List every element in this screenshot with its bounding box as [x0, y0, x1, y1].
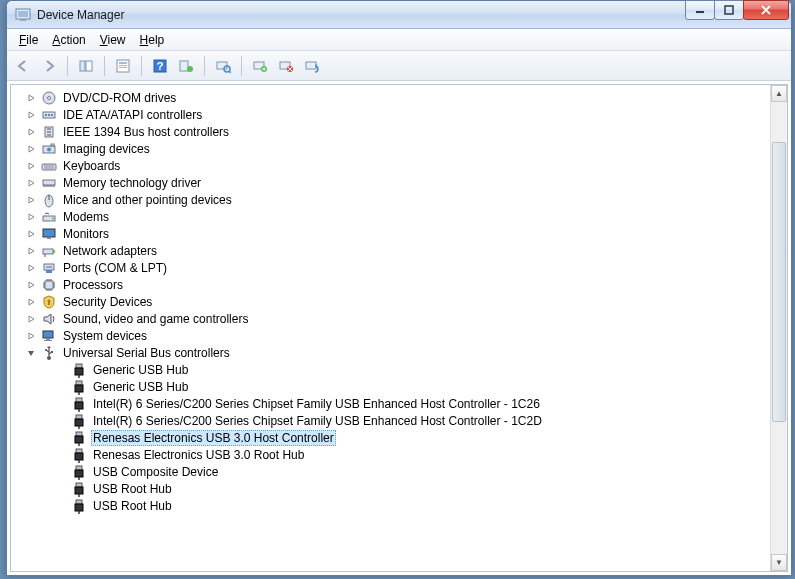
tree-item[interactable]: Sound, video and game controllers	[11, 310, 787, 327]
svg-text:?: ?	[157, 60, 164, 72]
monitor-icon	[41, 226, 57, 242]
tree-item-label: Network adapters	[61, 244, 159, 258]
tree-item[interactable]: Monitors	[11, 225, 787, 242]
tree-item[interactable]: USB Root Hub	[11, 480, 787, 497]
scroll-thumb[interactable]	[772, 142, 786, 422]
expand-icon[interactable]	[25, 109, 37, 121]
svg-rect-15	[217, 62, 227, 69]
expand-icon[interactable]	[25, 92, 37, 104]
expand-icon[interactable]	[25, 160, 37, 172]
svg-rect-51	[48, 302, 50, 305]
svg-rect-27	[48, 114, 50, 116]
tree-item[interactable]: Mice and other pointing devices	[11, 191, 787, 208]
svg-rect-74	[76, 449, 82, 453]
tree-item[interactable]: Universal Serial Bus controllers	[11, 344, 787, 361]
tree-item[interactable]: Memory technology driver	[11, 174, 787, 191]
tree-item[interactable]: Network adapters	[11, 242, 787, 259]
svg-point-24	[48, 96, 51, 99]
tree-item[interactable]: Generic USB Hub	[11, 378, 787, 395]
disable-button[interactable]	[274, 54, 298, 78]
tree-item[interactable]: DVD/CD-ROM drives	[11, 89, 787, 106]
tree-item[interactable]: Intel(R) 6 Series/C200 Series Chipset Fa…	[11, 412, 787, 429]
svg-rect-1	[18, 11, 28, 17]
expand-icon[interactable]	[25, 330, 37, 342]
scan-hardware-button[interactable]	[211, 54, 235, 78]
scroll-down-button[interactable]: ▼	[771, 554, 787, 571]
expand-icon[interactable]	[25, 143, 37, 155]
close-button[interactable]	[743, 0, 789, 20]
expand-icon[interactable]	[25, 262, 37, 274]
menu-view[interactable]: View	[94, 31, 132, 49]
expand-icon[interactable]	[25, 296, 37, 308]
tree-item-label: Imaging devices	[61, 142, 152, 156]
tree-item[interactable]: IDE ATA/ATAPI controllers	[11, 106, 787, 123]
tree-item[interactable]: USB Composite Device	[11, 463, 787, 480]
tree-item[interactable]: Processors	[11, 276, 787, 293]
back-button[interactable]	[11, 54, 35, 78]
tree-item[interactable]: Intel(R) 6 Series/C200 Series Chipset Fa…	[11, 395, 787, 412]
tree-item[interactable]: Ports (COM & LPT)	[11, 259, 787, 276]
menu-action[interactable]: Action	[46, 31, 91, 49]
toolbar-separator	[241, 56, 242, 76]
expand-icon[interactable]	[25, 126, 37, 138]
expand-icon[interactable]	[25, 313, 37, 325]
show-hide-tree-button[interactable]	[74, 54, 98, 78]
uninstall-button[interactable]	[248, 54, 272, 78]
maximize-button[interactable]	[714, 0, 744, 20]
tree-item-label: Generic USB Hub	[91, 363, 190, 377]
tree-item[interactable]: Generic USB Hub	[11, 361, 787, 378]
tree-item-label: Ports (COM & LPT)	[61, 261, 169, 275]
tree-item[interactable]: Imaging devices	[11, 140, 787, 157]
expand-icon[interactable]	[25, 245, 37, 257]
svg-rect-69	[75, 419, 83, 426]
svg-rect-40	[47, 237, 51, 239]
menu-file[interactable]: File	[13, 31, 44, 49]
tree-item[interactable]: System devices	[11, 327, 787, 344]
vertical-scrollbar[interactable]: ▲ ▼	[770, 85, 787, 571]
svg-rect-32	[51, 144, 54, 146]
forward-button[interactable]	[37, 54, 61, 78]
svg-rect-77	[76, 466, 82, 470]
update-driver-button[interactable]	[174, 54, 198, 78]
modem-icon	[41, 209, 57, 225]
usb-plug-icon	[71, 430, 87, 446]
svg-point-55	[47, 356, 51, 360]
tree-item-label: Security Devices	[61, 295, 154, 309]
add-legacy-button[interactable]	[300, 54, 324, 78]
tree-item[interactable]: USB Root Hub	[11, 497, 787, 514]
svg-line-17	[229, 71, 231, 73]
svg-rect-71	[76, 432, 82, 436]
tree-item[interactable]: Renesas Electronics USB 3.0 Root Hub	[11, 446, 787, 463]
properties-button[interactable]	[111, 54, 135, 78]
tree-item[interactable]: Keyboards	[11, 157, 787, 174]
svg-rect-75	[75, 453, 83, 460]
svg-rect-54	[44, 340, 52, 341]
expand-icon[interactable]	[25, 194, 37, 206]
tree-item[interactable]: Security Devices	[11, 293, 787, 310]
expand-icon[interactable]	[25, 228, 37, 240]
svg-point-31	[47, 147, 51, 151]
collapse-icon[interactable]	[25, 347, 37, 359]
usb-plug-icon	[71, 464, 87, 480]
svg-rect-10	[119, 67, 127, 68]
expand-icon[interactable]	[25, 211, 37, 223]
expand-icon[interactable]	[25, 279, 37, 291]
window-title: Device Manager	[37, 8, 124, 22]
expand-icon[interactable]	[25, 177, 37, 189]
tree-item[interactable]: Renesas Electronics USB 3.0 Host Control…	[11, 429, 787, 446]
tree-item[interactable]: IEEE 1394 Bus host controllers	[11, 123, 787, 140]
toolbar-separator	[204, 56, 205, 76]
help-button[interactable]: ?	[148, 54, 172, 78]
scroll-track[interactable]	[771, 102, 787, 554]
device-tree[interactable]: DVD/CD-ROM drivesIDE ATA/ATAPI controlle…	[11, 85, 787, 571]
tree-item-label: System devices	[61, 329, 149, 343]
scroll-up-button[interactable]: ▲	[771, 85, 787, 102]
menu-help[interactable]: Help	[134, 31, 171, 49]
svg-rect-4	[725, 6, 733, 14]
svg-rect-83	[76, 500, 82, 504]
tree-item[interactable]: Modems	[11, 208, 787, 225]
svg-rect-80	[76, 483, 82, 487]
titlebar[interactable]: Device Manager	[7, 1, 791, 29]
content-pane: DVD/CD-ROM drivesIDE ATA/ATAPI controlle…	[10, 84, 788, 572]
minimize-button[interactable]	[685, 0, 715, 20]
